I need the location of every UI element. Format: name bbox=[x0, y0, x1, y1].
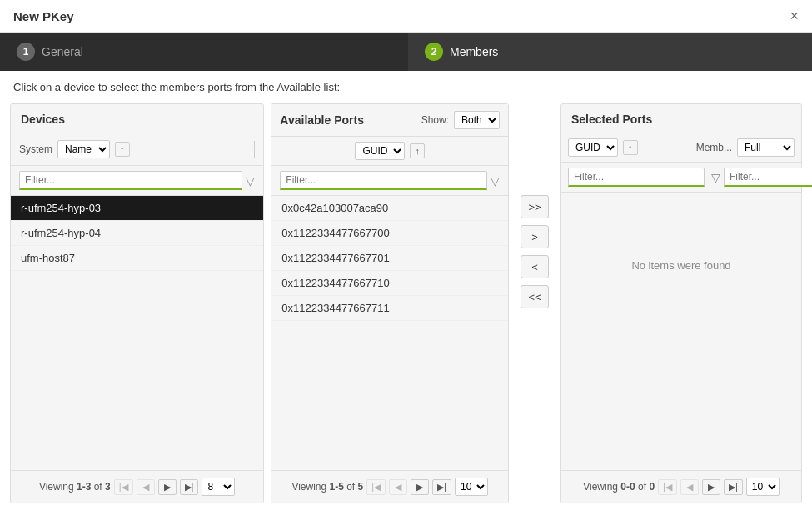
available-guid-sort-select[interactable]: GUID bbox=[355, 142, 405, 160]
close-button[interactable]: × bbox=[790, 8, 799, 23]
devices-page-size-select[interactable]: 8 10 20 50 bbox=[202, 478, 235, 496]
port-item[interactable]: 0x1122334477667701 bbox=[271, 246, 508, 271]
modal-header: New PKey × bbox=[0, 0, 812, 33]
devices-pagination: Viewing 1-3 of 3 |◀ ◀ ▶ ▶| 8 10 20 50 bbox=[11, 470, 263, 503]
devices-last-page-button[interactable]: ▶| bbox=[180, 479, 199, 495]
devices-panel: Devices System Name ↑ ▽ r-ufm254-hyp-03 … bbox=[10, 103, 264, 503]
selected-filter-input-2[interactable] bbox=[724, 168, 812, 187]
devices-prev-page-button[interactable]: ◀ bbox=[137, 479, 155, 495]
step-1-arrow bbox=[408, 33, 420, 71]
step-2[interactable]: 2 Members bbox=[408, 33, 812, 71]
device-item[interactable]: r-ufm254-hyp-03 bbox=[11, 196, 263, 221]
modal-title: New PKey bbox=[13, 9, 74, 23]
available-guid-sort-row: GUID ↑ bbox=[271, 137, 508, 166]
selected-memb-select[interactable]: Full Limited bbox=[737, 138, 795, 157]
available-sort-asc-button[interactable]: ↑ bbox=[410, 143, 425, 158]
devices-list: r-ufm254-hyp-03 r-ufm254-hyp-04 ufm-host… bbox=[11, 196, 263, 470]
selected-ports-title: Selected Ports bbox=[561, 104, 801, 133]
selected-filter-icon-1[interactable]: ▽ bbox=[711, 171, 720, 184]
selected-last-page-button[interactable]: ▶| bbox=[724, 479, 743, 495]
available-next-page-button[interactable]: ▶ bbox=[411, 479, 429, 495]
selected-guid-sort-select[interactable]: GUID bbox=[568, 138, 618, 157]
available-filter-row: ▽ bbox=[271, 166, 508, 196]
devices-sort-label: System bbox=[19, 143, 52, 155]
modal: New PKey × 1 General 2 Members Click on … bbox=[0, 0, 812, 511]
devices-filter-row: ▽ bbox=[11, 166, 263, 196]
selected-pagination: Viewing 0-0 of 0 |◀ ◀ ▶ ▶| 10 20 50 bbox=[561, 470, 801, 503]
available-ports-panel: Available Ports Show: Both IB ETH GUID ↑ bbox=[271, 103, 509, 503]
devices-sort-select[interactable]: Name bbox=[57, 140, 110, 158]
main-content: Devices System Name ↑ ▽ r-ufm254-hyp-03 … bbox=[0, 103, 812, 511]
devices-sort-row: System Name ↑ bbox=[11, 133, 263, 166]
steps-bar: 1 General 2 Members bbox=[0, 33, 812, 71]
instruction-text: Click on a device to select the members … bbox=[0, 71, 812, 103]
remove-button[interactable]: < bbox=[521, 255, 549, 278]
devices-panel-title: Devices bbox=[11, 104, 263, 133]
step-2-number: 2 bbox=[425, 43, 443, 61]
devices-next-page-button[interactable]: ▶ bbox=[158, 479, 177, 495]
available-page-size-select[interactable]: 10 20 50 bbox=[455, 478, 488, 496]
selected-ports-list: No items were found bbox=[561, 193, 801, 470]
step-1-number: 1 bbox=[17, 43, 35, 61]
available-ports-title: Available Ports bbox=[280, 113, 364, 127]
available-last-page-button[interactable]: ▶| bbox=[432, 479, 451, 495]
available-ports-list: 0x0c42a103007aca90 0x1122334477667700 0x… bbox=[271, 196, 508, 470]
available-first-page-button[interactable]: |◀ bbox=[366, 479, 386, 495]
show-select[interactable]: Both IB ETH bbox=[454, 111, 500, 129]
port-item[interactable]: 0x1122334477667700 bbox=[271, 221, 508, 246]
available-filter-icon[interactable]: ▽ bbox=[491, 174, 500, 188]
devices-viewing-text: Viewing 1-3 of 3 bbox=[39, 481, 111, 493]
devices-sort-asc-button[interactable]: ↑ bbox=[115, 142, 130, 157]
devices-first-page-button[interactable]: |◀ bbox=[114, 479, 133, 495]
selected-filter-input-1[interactable] bbox=[568, 168, 705, 187]
selected-sort-asc-button[interactable]: ↑ bbox=[623, 140, 638, 155]
step-1-label: General bbox=[42, 45, 83, 58]
devices-filter-icon[interactable]: ▽ bbox=[246, 174, 255, 188]
add-all-button[interactable]: >> bbox=[521, 195, 549, 218]
add-button[interactable]: > bbox=[521, 225, 549, 248]
step-1[interactable]: 1 General bbox=[0, 33, 408, 71]
selected-guid-sort-row: GUID ↑ Memb... Full Limited bbox=[561, 133, 801, 163]
show-label: Show: bbox=[421, 114, 449, 126]
selected-viewing-text: Viewing 0-0 of 0 bbox=[583, 481, 655, 493]
available-viewing-text: Viewing 1-5 of 5 bbox=[291, 481, 363, 493]
available-ports-header: Available Ports Show: Both IB ETH bbox=[271, 104, 508, 137]
selected-prev-page-button[interactable]: ◀ bbox=[680, 479, 699, 495]
port-item[interactable]: 0x1122334477667710 bbox=[271, 271, 508, 296]
available-prev-page-button[interactable]: ◀ bbox=[389, 479, 407, 495]
step-2-label: Members bbox=[450, 45, 498, 58]
device-item[interactable]: ufm-host87 bbox=[11, 246, 263, 271]
selected-next-page-button[interactable]: ▶ bbox=[702, 479, 720, 495]
selected-first-page-button[interactable]: |◀ bbox=[658, 479, 677, 495]
device-item[interactable]: r-ufm254-hyp-04 bbox=[11, 221, 263, 246]
port-item[interactable]: 0x0c42a103007aca90 bbox=[271, 196, 508, 221]
selected-page-size-select[interactable]: 10 20 50 bbox=[746, 478, 780, 496]
selected-filter-row: ▽ ▽ bbox=[561, 163, 801, 193]
port-item[interactable]: 0x1122334477667711 bbox=[271, 296, 508, 321]
selected-memb-label: Memb... bbox=[696, 142, 732, 153]
devices-filter-input[interactable] bbox=[19, 171, 242, 190]
remove-all-button[interactable]: << bbox=[521, 285, 549, 308]
selected-ports-panel: Selected Ports GUID ↑ Memb... Full Limit… bbox=[560, 103, 802, 503]
available-filter-input[interactable] bbox=[280, 171, 487, 190]
transfer-buttons: >> > < << bbox=[516, 187, 554, 317]
no-items-message: No items were found bbox=[561, 193, 801, 338]
available-pagination: Viewing 1-5 of 5 |◀ ◀ ▶ ▶| 10 20 50 bbox=[271, 470, 508, 503]
